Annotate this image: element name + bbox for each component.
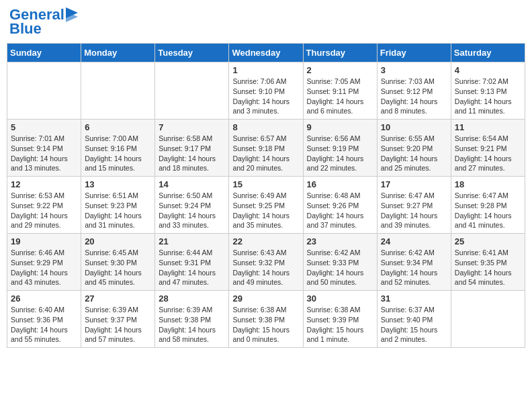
calendar-cell: 4Sunrise: 7:02 AM Sunset: 9:13 PM Daylig… bbox=[451, 62, 525, 120]
calendar-cell: 19Sunrise: 6:46 AM Sunset: 9:29 PM Dayli… bbox=[7, 234, 81, 291]
day-number: 19 bbox=[11, 236, 77, 246]
calendar-cell: 28Sunrise: 6:39 AM Sunset: 9:38 PM Dayli… bbox=[155, 291, 229, 348]
day-number: 1 bbox=[232, 65, 299, 75]
day-info: Sunrise: 7:03 AM Sunset: 9:12 PM Dayligh… bbox=[381, 77, 447, 116]
day-number: 12 bbox=[11, 179, 77, 189]
day-number: 3 bbox=[381, 65, 447, 75]
calendar-cell bbox=[155, 62, 229, 120]
day-info: Sunrise: 6:47 AM Sunset: 9:28 PM Dayligh… bbox=[455, 191, 521, 230]
day-number: 20 bbox=[85, 236, 151, 246]
calendar-cell: 1Sunrise: 7:06 AM Sunset: 9:10 PM Daylig… bbox=[229, 62, 303, 120]
calendar-cell: 2Sunrise: 7:05 AM Sunset: 9:11 PM Daylig… bbox=[303, 62, 377, 120]
day-number: 10 bbox=[381, 122, 447, 132]
day-number: 18 bbox=[455, 179, 521, 189]
day-number: 25 bbox=[455, 236, 521, 246]
day-info: Sunrise: 7:01 AM Sunset: 9:14 PM Dayligh… bbox=[11, 134, 77, 173]
calendar-cell: 17Sunrise: 6:47 AM Sunset: 9:27 PM Dayli… bbox=[377, 177, 451, 234]
calendar-cell: 7Sunrise: 6:58 AM Sunset: 9:17 PM Daylig… bbox=[155, 120, 229, 177]
day-info: Sunrise: 6:38 AM Sunset: 9:38 PM Dayligh… bbox=[232, 305, 299, 345]
day-info: Sunrise: 6:42 AM Sunset: 9:33 PM Dayligh… bbox=[307, 248, 373, 287]
day-number: 22 bbox=[232, 236, 299, 246]
calendar-cell: 3Sunrise: 7:03 AM Sunset: 9:12 PM Daylig… bbox=[377, 62, 451, 120]
calendar-cell: 21Sunrise: 6:44 AM Sunset: 9:31 PM Dayli… bbox=[155, 234, 229, 291]
day-number: 30 bbox=[307, 293, 373, 304]
day-info: Sunrise: 6:37 AM Sunset: 9:40 PM Dayligh… bbox=[381, 305, 447, 345]
day-number: 23 bbox=[307, 236, 373, 246]
logo: General Blue bbox=[9, 7, 78, 38]
day-info: Sunrise: 6:58 AM Sunset: 9:17 PM Dayligh… bbox=[159, 134, 225, 173]
day-info: Sunrise: 6:39 AM Sunset: 9:38 PM Dayligh… bbox=[159, 305, 225, 345]
day-info: Sunrise: 7:02 AM Sunset: 9:13 PM Dayligh… bbox=[455, 77, 521, 116]
day-info: Sunrise: 7:00 AM Sunset: 9:16 PM Dayligh… bbox=[85, 134, 151, 173]
weekday-header-monday: Monday bbox=[81, 44, 155, 62]
page-header: General Blue bbox=[7, 7, 525, 38]
day-info: Sunrise: 6:55 AM Sunset: 9:20 PM Dayligh… bbox=[381, 134, 447, 173]
day-number: 7 bbox=[159, 122, 225, 132]
day-info: Sunrise: 6:53 AM Sunset: 9:22 PM Dayligh… bbox=[11, 191, 77, 230]
day-number: 4 bbox=[455, 65, 521, 75]
calendar-cell: 11Sunrise: 6:54 AM Sunset: 9:21 PM Dayli… bbox=[451, 120, 525, 177]
day-info: Sunrise: 6:54 AM Sunset: 9:21 PM Dayligh… bbox=[455, 134, 521, 173]
calendar-cell: 20Sunrise: 6:45 AM Sunset: 9:30 PM Dayli… bbox=[81, 234, 155, 291]
day-info: Sunrise: 6:48 AM Sunset: 9:26 PM Dayligh… bbox=[307, 191, 373, 230]
day-number: 14 bbox=[159, 179, 225, 189]
day-number: 11 bbox=[455, 122, 521, 132]
weekday-header-thursday: Thursday bbox=[303, 44, 377, 62]
calendar-cell: 23Sunrise: 6:42 AM Sunset: 9:33 PM Dayli… bbox=[303, 234, 377, 291]
day-info: Sunrise: 7:06 AM Sunset: 9:10 PM Dayligh… bbox=[232, 77, 299, 116]
calendar-table: SundayMondayTuesdayWednesdayThursdayFrid… bbox=[7, 43, 525, 348]
day-info: Sunrise: 6:49 AM Sunset: 9:25 PM Dayligh… bbox=[232, 191, 299, 230]
weekday-header-saturday: Saturday bbox=[451, 44, 525, 62]
weekday-header-tuesday: Tuesday bbox=[155, 44, 229, 62]
calendar-cell: 16Sunrise: 6:48 AM Sunset: 9:26 PM Dayli… bbox=[303, 177, 377, 234]
calendar-cell bbox=[81, 62, 155, 120]
day-info: Sunrise: 6:41 AM Sunset: 9:35 PM Dayligh… bbox=[455, 248, 521, 287]
day-info: Sunrise: 6:40 AM Sunset: 9:36 PM Dayligh… bbox=[11, 305, 77, 345]
calendar-cell: 31Sunrise: 6:37 AM Sunset: 9:40 PM Dayli… bbox=[377, 291, 451, 348]
day-number: 5 bbox=[11, 122, 77, 132]
day-info: Sunrise: 6:56 AM Sunset: 9:19 PM Dayligh… bbox=[307, 134, 373, 173]
day-number: 9 bbox=[307, 122, 373, 132]
calendar-cell: 22Sunrise: 6:43 AM Sunset: 9:32 PM Dayli… bbox=[229, 234, 303, 291]
day-number: 13 bbox=[85, 179, 151, 189]
day-number: 17 bbox=[381, 179, 447, 189]
day-info: Sunrise: 6:39 AM Sunset: 9:37 PM Dayligh… bbox=[85, 305, 151, 345]
day-info: Sunrise: 6:57 AM Sunset: 9:18 PM Dayligh… bbox=[232, 134, 299, 173]
calendar-cell bbox=[7, 62, 81, 120]
day-number: 21 bbox=[159, 236, 225, 246]
calendar-cell: 14Sunrise: 6:50 AM Sunset: 9:24 PM Dayli… bbox=[155, 177, 229, 234]
calendar-header: SundayMondayTuesdayWednesdayThursdayFrid… bbox=[7, 44, 525, 62]
day-info: Sunrise: 6:47 AM Sunset: 9:27 PM Dayligh… bbox=[381, 191, 447, 230]
day-number: 26 bbox=[11, 293, 77, 304]
calendar-cell: 26Sunrise: 6:40 AM Sunset: 9:36 PM Dayli… bbox=[7, 291, 81, 348]
calendar-cell: 29Sunrise: 6:38 AM Sunset: 9:38 PM Dayli… bbox=[229, 291, 303, 348]
weekday-header-wednesday: Wednesday bbox=[229, 44, 303, 62]
calendar-cell: 12Sunrise: 6:53 AM Sunset: 9:22 PM Dayli… bbox=[7, 177, 81, 234]
day-number: 8 bbox=[232, 122, 299, 132]
day-info: Sunrise: 6:43 AM Sunset: 9:32 PM Dayligh… bbox=[232, 248, 299, 287]
calendar-cell: 5Sunrise: 7:01 AM Sunset: 9:14 PM Daylig… bbox=[7, 120, 81, 177]
day-number: 6 bbox=[85, 122, 151, 132]
day-number: 28 bbox=[159, 293, 225, 304]
day-number: 24 bbox=[381, 236, 447, 246]
calendar-cell: 30Sunrise: 6:38 AM Sunset: 9:39 PM Dayli… bbox=[303, 291, 377, 348]
day-info: Sunrise: 7:05 AM Sunset: 9:11 PM Dayligh… bbox=[307, 77, 373, 116]
day-info: Sunrise: 6:45 AM Sunset: 9:30 PM Dayligh… bbox=[85, 248, 151, 287]
calendar-cell: 24Sunrise: 6:42 AM Sunset: 9:34 PM Dayli… bbox=[377, 234, 451, 291]
day-info: Sunrise: 6:46 AM Sunset: 9:29 PM Dayligh… bbox=[11, 248, 77, 287]
calendar-cell: 25Sunrise: 6:41 AM Sunset: 9:35 PM Dayli… bbox=[451, 234, 525, 291]
calendar-cell: 15Sunrise: 6:49 AM Sunset: 9:25 PM Dayli… bbox=[229, 177, 303, 234]
calendar-cell: 8Sunrise: 6:57 AM Sunset: 9:18 PM Daylig… bbox=[229, 120, 303, 177]
day-number: 16 bbox=[307, 179, 373, 189]
day-number: 15 bbox=[232, 179, 299, 189]
calendar-cell: 10Sunrise: 6:55 AM Sunset: 9:20 PM Dayli… bbox=[377, 120, 451, 177]
calendar-cell: 6Sunrise: 7:00 AM Sunset: 9:16 PM Daylig… bbox=[81, 120, 155, 177]
weekday-header-friday: Friday bbox=[377, 44, 451, 62]
day-info: Sunrise: 6:42 AM Sunset: 9:34 PM Dayligh… bbox=[381, 248, 447, 287]
day-info: Sunrise: 6:50 AM Sunset: 9:24 PM Dayligh… bbox=[159, 191, 225, 230]
day-number: 2 bbox=[307, 65, 373, 75]
day-number: 27 bbox=[85, 293, 151, 304]
calendar-cell bbox=[451, 291, 525, 348]
day-number: 29 bbox=[232, 293, 299, 304]
day-info: Sunrise: 6:38 AM Sunset: 9:39 PM Dayligh… bbox=[307, 305, 373, 345]
